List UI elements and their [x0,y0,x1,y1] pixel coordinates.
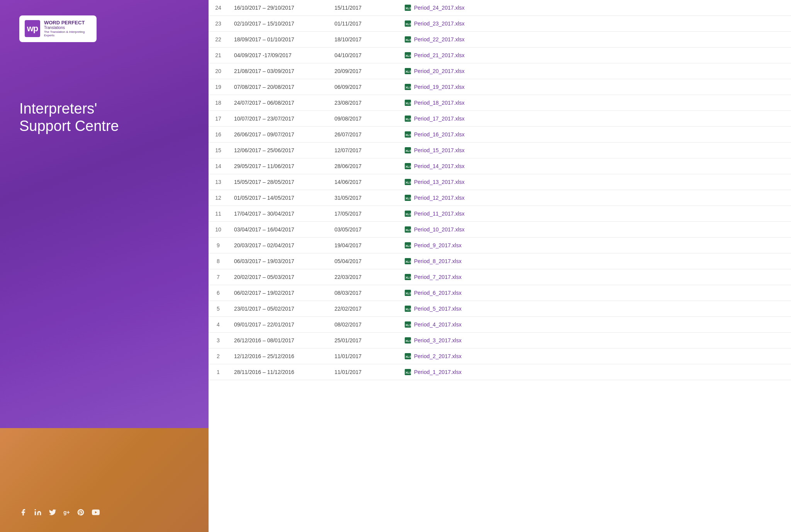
file-name[interactable]: Period_9_2017.xlsx [414,242,462,248]
row-file[interactable]: XLS Period_5_2017.xlsx [398,301,791,317]
row-deadline: 23/08/2017 [328,95,398,111]
row-dates: 23/01/2017 – 05/02/2017 [228,301,328,317]
table-row: 1907/08/2017 – 20/08/201706/09/2017 XLS … [209,79,791,95]
table-row: 2021/08/2017 – 03/09/201720/09/2017 XLS … [209,63,791,79]
excel-icon: XLS [404,178,412,186]
row-dates: 29/05/2017 – 11/06/2017 [228,158,328,174]
file-name[interactable]: Period_10_2017.xlsx [414,226,465,233]
logo-text: Word Perfect Translations The Translatio… [44,20,91,37]
row-file[interactable]: XLS Period_9_2017.xlsx [398,238,791,253]
footer-register: Register as an interpreter: manager@word… [232,473,768,482]
row-deadline: 31/05/2017 [328,190,398,206]
row-file[interactable]: XLS Period_23_2017.xlsx [398,16,791,32]
svg-text:XLS: XLS [406,133,411,137]
logo-area: wp Word Perfect Translations The Transla… [0,0,209,54]
scroll-up-button[interactable]: ↑ [772,482,783,493]
youtube-icon[interactable] [92,508,100,517]
table-row: 1201/05/2017 – 14/05/201731/05/2017 XLS … [209,190,791,206]
file-name[interactable]: Period_14_2017.xlsx [414,163,465,169]
row-file[interactable]: XLS Period_2_2017.xlsx [398,348,791,364]
excel-icon: XLS [404,115,412,122]
google-icon[interactable]: g+ [63,509,70,515]
logo-box[interactable]: wp Word Perfect Translations The Transla… [19,15,97,42]
row-dates: 12/12/2016 – 25/12/2016 [228,348,328,364]
row-file[interactable]: XLS Period_6_2017.xlsx [398,285,791,301]
file-name[interactable]: Period_2_2017.xlsx [414,353,462,359]
linkedin-icon[interactable] [34,508,42,516]
file-name[interactable]: Period_20_2017.xlsx [414,68,465,74]
footer-copyright: © WORD PERFECT TRANSLATIONS [232,511,768,517]
social-icons: g+ [19,508,189,517]
table-row: 409/01/2017 – 22/01/201708/02/2017 XLS P… [209,317,791,333]
facebook-icon[interactable] [19,508,27,516]
logo-main-text: Word Perfect [44,20,91,25]
row-file[interactable]: XLS Period_4_2017.xlsx [398,317,791,333]
row-file[interactable]: XLS Period_22_2017.xlsx [398,32,791,48]
file-name[interactable]: Period_13_2017.xlsx [414,179,465,185]
row-file[interactable]: XLS Period_14_2017.xlsx [398,158,791,174]
svg-text:XLS: XLS [406,38,411,42]
row-deadline: 04/10/2017 [328,48,398,63]
row-file[interactable]: XLS Period_20_2017.xlsx [398,63,791,79]
table-row: 2416/10/2017 – 29/10/201715/11/2017 XLS … [209,0,791,16]
file-name[interactable]: Period_21_2017.xlsx [414,52,465,58]
row-file[interactable]: XLS Period_13_2017.xlsx [398,174,791,190]
svg-text:XLS: XLS [406,149,411,153]
row-file[interactable]: XLS Period_11_2017.xlsx [398,206,791,222]
row-file[interactable]: XLS Period_21_2017.xlsx [398,48,791,63]
file-name[interactable]: Period_8_2017.xlsx [414,258,462,264]
file-name[interactable]: Period_22_2017.xlsx [414,36,465,42]
twitter-icon[interactable] [49,508,56,516]
row-number: 16 [209,127,228,143]
file-name[interactable]: Period_18_2017.xlsx [414,100,465,106]
file-name[interactable]: Period_17_2017.xlsx [414,116,465,122]
file-name[interactable]: Period_23_2017.xlsx [414,20,465,27]
file-name[interactable]: Period_16_2017.xlsx [414,131,465,138]
file-name[interactable]: Period_12_2017.xlsx [414,195,465,201]
file-name[interactable]: Period_5_2017.xlsx [414,306,462,312]
file-name[interactable]: Period_3_2017.xlsx [414,337,462,343]
row-file[interactable]: XLS Period_12_2017.xlsx [398,190,791,206]
file-name[interactable]: Period_1_2017.xlsx [414,369,462,375]
svg-text:XLS: XLS [406,292,411,295]
row-file[interactable]: XLS Period_15_2017.xlsx [398,143,791,158]
row-dates: 04/09/2017 -17/09/2017 [228,48,328,63]
row-file[interactable]: XLS Period_19_2017.xlsx [398,79,791,95]
row-dates: 20/02/2017 – 05/03/2017 [228,269,328,285]
row-file[interactable]: XLS Period_24_2017.xlsx [398,0,791,16]
table-row: 2302/10/2017 – 15/10/201701/11/2017 XLS … [209,16,791,32]
file-name[interactable]: Period_11_2017.xlsx [414,211,465,217]
file-name[interactable]: Period_6_2017.xlsx [414,290,462,296]
excel-icon: XLS [404,289,412,297]
file-name[interactable]: Period_19_2017.xlsx [414,84,465,90]
row-file[interactable]: XLS Period_7_2017.xlsx [398,269,791,285]
row-dates: 26/12/2016 – 08/01/2017 [228,333,328,348]
row-dates: 01/05/2017 – 14/05/2017 [228,190,328,206]
content-area: 2416/10/2017 – 29/10/201715/11/2017 XLS … [209,0,791,428]
row-file[interactable]: XLS Period_17_2017.xlsx [398,111,791,127]
row-number: 6 [209,285,228,301]
pinterest-icon[interactable] [77,508,85,516]
row-file[interactable]: XLS Period_3_2017.xlsx [398,333,791,348]
svg-text:XLS: XLS [406,308,411,311]
row-number: 15 [209,143,228,158]
file-name[interactable]: Period_15_2017.xlsx [414,147,465,153]
row-dates: 07/08/2017 – 20/08/2017 [228,79,328,95]
excel-icon: XLS [404,67,412,75]
file-name[interactable]: Period_7_2017.xlsx [414,274,462,280]
file-name[interactable]: Period_4_2017.xlsx [414,321,462,328]
row-file[interactable]: XLS Period_18_2017.xlsx [398,95,791,111]
row-deadline: 14/06/2017 [328,174,398,190]
excel-icon: XLS [404,4,412,12]
row-file[interactable]: XLS Period_8_2017.xlsx [398,253,791,269]
table-row: 920/03/2017 – 02/04/201719/04/2017 XLS P… [209,238,791,253]
row-file[interactable]: XLS Period_16_2017.xlsx [398,127,791,143]
row-number: 1 [209,364,228,380]
row-file[interactable]: XLS Period_10_2017.xlsx [398,222,791,238]
svg-text:XLS: XLS [406,355,411,359]
table-row: 1626/06/2017 – 09/07/201726/07/2017 XLS … [209,127,791,143]
footer-phone: Call Us: +353 1 872 0008 [232,447,768,457]
row-deadline: 18/10/2017 [328,32,398,48]
file-name[interactable]: Period_24_2017.xlsx [414,5,465,11]
row-file[interactable]: XLS Period_1_2017.xlsx [398,364,791,380]
